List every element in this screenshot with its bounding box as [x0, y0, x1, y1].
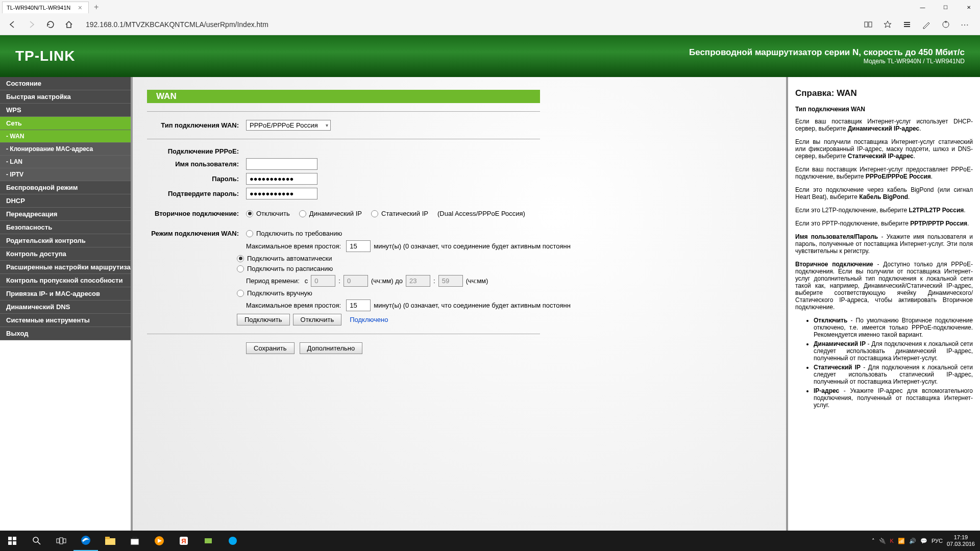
- sidebar-sub-item[interactable]: - WAN: [0, 130, 131, 143]
- sidebar-item[interactable]: Сеть: [0, 117, 131, 130]
- app-icon-2[interactable]: [220, 531, 245, 551]
- sidebar-item[interactable]: Системные инструменты: [0, 314, 131, 327]
- url-bar[interactable]: 192.168.0.1/MTVZKBCAKQNTCMLA/userRpm/Ind…: [83, 20, 854, 29]
- sidebar-item[interactable]: DHCP: [0, 194, 131, 208]
- webnote-icon[interactable]: [922, 20, 931, 30]
- sidebar-sub-item[interactable]: - Клонирование MAC-адреса: [0, 143, 131, 156]
- tray-network-icon[interactable]: 📶: [898, 538, 905, 544]
- disconnect-button[interactable]: Отключить: [293, 314, 342, 325]
- sidebar-sub-item[interactable]: - LAN: [0, 156, 131, 168]
- username-label: Имя пользователя:: [147, 160, 239, 168]
- password-input[interactable]: [246, 173, 317, 185]
- hub-icon[interactable]: [902, 20, 912, 30]
- period-to-m[interactable]: [438, 275, 463, 287]
- connect-button[interactable]: Подключить: [237, 314, 290, 325]
- sidebar-item[interactable]: Быстрая настройка: [0, 90, 131, 104]
- sidebar-item[interactable]: Выход: [0, 327, 131, 340]
- new-tab-button[interactable]: +: [89, 1, 104, 14]
- tray-av-icon[interactable]: K: [890, 538, 894, 544]
- sec-dynip-radio[interactable]: Динамический IP: [299, 210, 362, 217]
- mode-auto-radio[interactable]: Подключить автоматически: [237, 255, 332, 262]
- sidebar-item[interactable]: Контроль доступа: [0, 247, 131, 261]
- search-icon[interactable]: [24, 531, 49, 551]
- page-title: WAN: [147, 90, 540, 103]
- svg-line-12: [38, 542, 40, 544]
- conn-type-label: Тип подключения WAN:: [147, 121, 239, 129]
- mode-manual-radio[interactable]: Подключить вручную: [237, 289, 312, 297]
- svg-rect-19: [131, 539, 139, 545]
- idle-input-2[interactable]: [346, 299, 371, 311]
- save-button[interactable]: Сохранить: [246, 342, 295, 354]
- sidebar-item[interactable]: Переадресация: [0, 208, 131, 221]
- mode-schedule-radio[interactable]: Подключить по расписанию: [237, 265, 333, 272]
- period-from-m[interactable]: [344, 275, 368, 287]
- explorer-icon[interactable]: [98, 531, 122, 551]
- tab-title: TL-WR940N/TL-WR941N: [7, 5, 70, 11]
- maximize-icon[interactable]: ☐: [934, 0, 957, 14]
- connection-status: Подключено: [350, 316, 388, 323]
- share-icon[interactable]: [941, 20, 950, 30]
- browser-tab[interactable]: TL-WR940N/TL-WR941N ×: [2, 2, 89, 13]
- confirm-input[interactable]: [246, 188, 317, 199]
- sec-disable-radio[interactable]: Отключить: [246, 210, 290, 217]
- conn-type-select[interactable]: PPPoE/PPPoE Россия ▾: [246, 120, 331, 131]
- reading-view-icon[interactable]: [864, 20, 873, 30]
- help-subtitle: Тип подключения WAN: [795, 106, 973, 113]
- confirm-label: Подтвердите пароль:: [147, 190, 239, 197]
- refresh-icon[interactable]: [46, 20, 55, 29]
- sidebar: СостояниеБыстрая настройкаWPSСеть- WAN- …: [0, 77, 131, 533]
- more-icon[interactable]: ⋯: [961, 20, 969, 30]
- advanced-button[interactable]: Дополнительно: [300, 342, 363, 354]
- close-tab-icon[interactable]: ×: [76, 4, 84, 12]
- back-icon[interactable]: [7, 19, 17, 30]
- idle-input-1[interactable]: [346, 240, 371, 252]
- svg-rect-14: [60, 538, 63, 544]
- svg-rect-1: [869, 22, 872, 27]
- idle-label-2: Максимальное время простоя:: [246, 302, 341, 309]
- media-icon[interactable]: [147, 531, 172, 551]
- start-button[interactable]: [0, 531, 24, 551]
- sidebar-item[interactable]: Расширенные настройки маршрутизации: [0, 261, 131, 274]
- sec-hint: (Dual Access/PPPoE Россия): [437, 210, 525, 217]
- close-window-icon[interactable]: ✕: [957, 0, 980, 14]
- idle-hint-1: минут(ы) (0 означает, что соединение буд…: [374, 242, 571, 250]
- sidebar-sub-item[interactable]: - IPTV: [0, 168, 131, 181]
- yandex-icon[interactable]: Я: [172, 531, 196, 551]
- username-input[interactable]: [246, 158, 317, 170]
- sidebar-item[interactable]: Родительский контроль: [0, 234, 131, 247]
- svg-rect-7: [8, 537, 12, 540]
- secondary-label: Вторичное подключение:: [147, 210, 239, 217]
- mode-ondemand-radio[interactable]: Подключить по требованию: [246, 230, 342, 237]
- period-to-h[interactable]: [406, 275, 430, 287]
- period-from-h[interactable]: [311, 275, 335, 287]
- taskview-icon[interactable]: [49, 531, 74, 551]
- tray-up-icon[interactable]: ˄: [872, 538, 875, 544]
- tray-power-icon[interactable]: 🔌: [879, 538, 886, 544]
- minimize-icon[interactable]: —: [911, 0, 934, 14]
- router-header: TP-LINK Беспроводной маршрутизатор серии…: [0, 35, 980, 77]
- forward-icon[interactable]: [27, 19, 37, 30]
- sidebar-item[interactable]: Динамический DNS: [0, 300, 131, 314]
- sidebar-item[interactable]: Состояние: [0, 77, 131, 90]
- tray-volume-icon[interactable]: 🔊: [909, 538, 916, 544]
- chevron-down-icon: ▾: [326, 122, 328, 128]
- sidebar-item[interactable]: Безопасность: [0, 221, 131, 234]
- svg-rect-15: [63, 539, 66, 543]
- tray-lang[interactable]: РУС: [932, 538, 943, 544]
- sidebar-item[interactable]: WPS: [0, 104, 131, 117]
- pppoe-section-label: Подключение PPPoE:: [147, 147, 239, 155]
- tray-notify-icon[interactable]: 💬: [920, 538, 927, 544]
- mode-label: Режим подключения WAN:: [147, 230, 239, 237]
- store-icon[interactable]: [122, 531, 147, 551]
- edge-icon[interactable]: [74, 531, 98, 551]
- sec-statip-radio[interactable]: Статический IP: [371, 210, 428, 217]
- svg-rect-8: [13, 537, 16, 540]
- tray-clock[interactable]: 17:19 07.03.2016: [947, 534, 975, 547]
- home-icon[interactable]: [64, 20, 74, 29]
- sidebar-item[interactable]: Контроль пропускной способности: [0, 274, 131, 287]
- sidebar-item[interactable]: Беспроводной режим: [0, 181, 131, 194]
- sidebar-item[interactable]: Привязка IP- и MAC-адресов: [0, 287, 131, 300]
- help-title: Справка: WAN: [795, 88, 973, 98]
- app-icon-1[interactable]: [196, 531, 220, 551]
- favorite-icon[interactable]: [883, 20, 892, 30]
